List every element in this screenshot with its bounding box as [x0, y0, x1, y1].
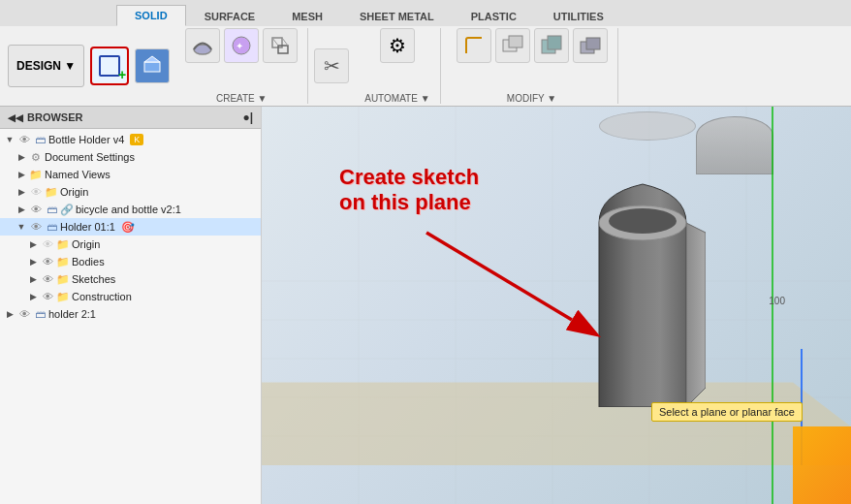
- tooltip-text: Select a plane or planar face: [659, 406, 795, 418]
- component-icon-holder01: 🗃: [45, 220, 58, 234]
- svg-marker-1: [144, 56, 160, 62]
- tab-surface[interactable]: SURFACE: [186, 6, 274, 26]
- create-sketch-annotation: Create sketch on this plane: [339, 165, 479, 216]
- create-tools: ✦: [185, 28, 298, 63]
- folder-icon-bodies: 📁: [56, 255, 70, 268]
- reference-box: [793, 426, 851, 504]
- eye-icon-bicycle[interactable]: 👁: [29, 203, 43, 216]
- tab-sheet-metal[interactable]: SHEET METAL: [341, 6, 453, 26]
- svg-rect-14: [586, 38, 600, 49]
- toolbar-content: DESIGN ▼ ✦ CREATE ▼: [0, 26, 851, 106]
- component-icon-holder2: 🗃: [33, 307, 47, 321]
- svg-rect-12: [548, 36, 561, 49]
- fillet-button[interactable]: [457, 28, 491, 63]
- create-label: CREATE ▼: [216, 93, 268, 104]
- folder-icon-origin: 📁: [45, 185, 58, 199]
- annotation-line2: on this plane: [339, 190, 479, 215]
- svg-line-28: [426, 233, 572, 320]
- tree-item-sketches[interactable]: 👁 📁 Sketches: [0, 270, 261, 288]
- ground-plane: [262, 383, 851, 465]
- automate-tools: ⚙: [380, 28, 415, 63]
- arrow-root: [4, 135, 16, 144]
- loft-button[interactable]: [263, 28, 298, 63]
- eye-icon-origin[interactable]: 👁: [29, 185, 43, 199]
- cylinder-top-3d: [696, 116, 773, 174]
- modify-group: MODIFY ▼: [447, 28, 618, 104]
- eye-icon-origin2[interactable]: 👁: [41, 237, 54, 251]
- tab-utilities[interactable]: UTILITIES: [535, 6, 622, 26]
- bottle-holder-3d: [580, 165, 706, 407]
- label-holder01: Holder 01:1: [60, 221, 115, 233]
- arrow-doc-settings: [16, 152, 27, 162]
- tree-item-doc-settings[interactable]: ⚙ Document Settings: [0, 148, 261, 166]
- tree-item-origin[interactable]: 👁 📁 Origin: [0, 183, 261, 201]
- arrow-origin2: [27, 239, 39, 249]
- eye-icon-construction[interactable]: 👁: [41, 290, 54, 303]
- browser-header-left: ◀◀ BROWSER: [8, 111, 82, 123]
- browser-options-icon[interactable]: ●|: [242, 110, 253, 124]
- tab-plastic[interactable]: PLASTIC: [453, 6, 535, 26]
- arrow-sketches: [27, 274, 39, 284]
- folder-icon-sketches: 📁: [56, 272, 70, 286]
- create-sketch-button[interactable]: [90, 47, 129, 85]
- svg-text:✦: ✦: [236, 41, 243, 51]
- plane-tooltip: Select a plane or planar face: [651, 402, 803, 422]
- combine-button[interactable]: [573, 28, 608, 63]
- svg-rect-0: [144, 62, 160, 72]
- cylinder-top-flat: [599, 111, 696, 141]
- browser-items: 👁 🗃 Bottle Holder v4 K ⚙ Document Settin…: [0, 129, 261, 504]
- design-button[interactable]: DESIGN ▼: [8, 45, 84, 87]
- cut-button[interactable]: ✂: [314, 48, 349, 83]
- modify-label: MODIFY ▼: [507, 93, 556, 104]
- automate-group: ⚙ AUTOMATE ▼: [355, 28, 440, 104]
- tree-item-holder2[interactable]: 👁 🗃 holder 2:1: [0, 305, 261, 323]
- label-doc-settings: Document Settings: [45, 151, 135, 163]
- tab-mesh[interactable]: MESH: [273, 6, 341, 26]
- tree-item-bicycle[interactable]: 👁 🗃 🔗 bicycle and bottle v2:1: [0, 201, 261, 218]
- eye-icon-holder01[interactable]: 👁: [29, 220, 43, 234]
- label-root: Bottle Holder v4: [48, 134, 124, 145]
- target-icon-holder01: 🎯: [121, 221, 135, 234]
- eye-icon-bodies[interactable]: 👁: [41, 255, 54, 268]
- gear-icon-doc-settings: ⚙: [29, 150, 43, 164]
- tree-item-holder01[interactable]: 👁 🗃 Holder 01:1 🎯: [0, 218, 261, 236]
- revolve-button[interactable]: [185, 28, 220, 63]
- svg-line-8: [282, 38, 288, 46]
- svg-rect-6: [278, 46, 288, 53]
- collapse-icon[interactable]: ◀◀: [8, 112, 23, 123]
- extrude-button[interactable]: [135, 48, 170, 83]
- sidebar: ◀◀ BROWSER ●| 👁 🗃 Bottle Holder v4 K ⚙ D…: [0, 107, 262, 504]
- toolbar: SOLID SURFACE MESH SHEET METAL PLASTIC U…: [0, 0, 851, 107]
- label-sketches: Sketches: [72, 273, 115, 285]
- main-area: ◀◀ BROWSER ●| 👁 🗃 Bottle Holder v4 K ⚙ D…: [0, 107, 851, 504]
- folder-icon-named-views: 📁: [29, 168, 43, 181]
- tree-item-construction[interactable]: 👁 📁 Construction: [0, 288, 261, 305]
- arrow-holder01: [16, 222, 27, 232]
- automate-button[interactable]: ⚙: [380, 28, 415, 63]
- chamfer-button[interactable]: [495, 28, 530, 63]
- annotation-line1: Create sketch: [339, 165, 479, 190]
- component-icon-bicycle: 🗃: [45, 203, 58, 216]
- tree-item-origin2[interactable]: 👁 📁 Origin: [0, 236, 261, 253]
- eye-icon-root[interactable]: 👁: [17, 133, 31, 146]
- toolbar-tabs: SOLID SURFACE MESH SHEET METAL PLASTIC U…: [0, 0, 851, 26]
- shell-button[interactable]: [534, 28, 569, 63]
- tab-solid[interactable]: SOLID: [116, 5, 186, 26]
- label-holder2: holder 2:1: [48, 308, 96, 320]
- tree-item-root[interactable]: 👁 🗃 Bottle Holder v4 K: [0, 131, 261, 148]
- svg-line-7: [272, 38, 278, 46]
- link-icon-bicycle: 🔗: [60, 203, 74, 216]
- tree-item-bodies[interactable]: 👁 📁 Bodies: [0, 253, 261, 270]
- viewport[interactable]: 100 Create sketch on this plane Select a…: [262, 107, 851, 504]
- arrow-bodies: [27, 257, 39, 267]
- holder-svg: [580, 165, 706, 407]
- browser-header: ◀◀ BROWSER ●|: [0, 107, 261, 129]
- eye-icon-holder2[interactable]: 👁: [17, 307, 31, 321]
- eye-icon-sketches[interactable]: 👁: [41, 272, 54, 286]
- modify-tools: [457, 28, 608, 63]
- tree-item-named-views[interactable]: 📁 Named Views: [0, 166, 261, 183]
- automate-label: AUTOMATE ▼: [364, 93, 429, 104]
- sweep-button[interactable]: ✦: [224, 28, 259, 63]
- label-construction: Construction: [72, 291, 132, 302]
- sketch-symbol-icon: [99, 55, 120, 77]
